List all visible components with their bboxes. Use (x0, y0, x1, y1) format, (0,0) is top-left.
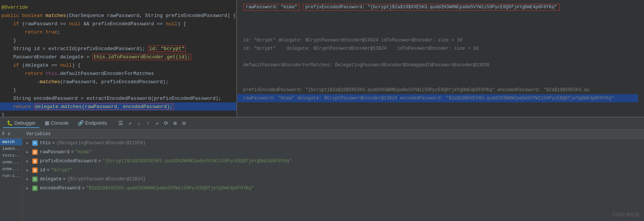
code-line: } (0, 36, 236, 44)
code-text: return delegate.matches(rawPassword, enc… (2, 104, 174, 110)
var-icon-encoded: ≡ (32, 186, 38, 191)
step-into-icon[interactable]: ↓ (135, 119, 143, 128)
tab-endpoints-label: Endpoints (85, 120, 107, 126)
id-hint-text: id: "bcrypt" delegate: BCryptPasswordEnc… (243, 38, 462, 43)
frame-onne1-label: onNe... (2, 160, 20, 165)
frame-onne2-label: onNe... (2, 167, 20, 171)
var-val-this: {DelegatingPasswordEncoder@11559} (56, 140, 146, 146)
frames-label: F ∨ (2, 131, 11, 137)
var-name-delegate: delegate (40, 177, 62, 182)
code-line: PasswordEncoder delegate = this.idToPass… (0, 53, 236, 61)
evaluate-icon[interactable]: ⟳ (162, 119, 170, 128)
tab-console-label: Console (51, 120, 69, 126)
variable-row-prefix[interactable]: ▶ p prefixEncodedPassword = "{bcrypt}$2a… (23, 157, 644, 166)
variable-row-this[interactable]: ▶ ≡ this = {DelegatingPasswordEncoder@11… (23, 139, 644, 148)
code-line-highlighted: return delegate.matches(rawPassword, enc… (0, 102, 236, 111)
watermark: CSDN @想花 (612, 212, 639, 218)
var-icon-this: ≡ (32, 140, 38, 146)
frame-item-lambda[interactable]: lambd... (0, 145, 22, 152)
hint-line (243, 20, 638, 28)
frame-match-label: match (2, 140, 15, 144)
hint-line: rawPassword: "mima" prefixEncodedPasswor… (243, 3, 638, 11)
hint-line (243, 78, 638, 86)
delegate-hint-text: id: "bcrypt" delegate: BCryptPasswordEnc… (243, 46, 479, 51)
expand-icon-this: ▶ (26, 141, 31, 145)
expand-icon-id: ▶ (26, 168, 31, 172)
default-encoder-hint: defaultPasswordEncoderForMatches: Delega… (243, 62, 489, 68)
expand-icon-raw: ▶ (26, 150, 31, 154)
frames-header: F ∨ (0, 130, 22, 139)
code-text: if (rawPassword == null && prefixEncoded… (2, 21, 186, 27)
code-line: if (delegate == null) { (0, 61, 236, 69)
var-val-encoded: "$2a$10$XXE5H3.qudd2H3WHNCpa0e5VYW1i59Py… (86, 186, 254, 191)
hint-line: id: "bcrypt" delegate: BCryptPasswordEnc… (243, 44, 638, 53)
debugger-icon: 🐛 (7, 120, 13, 126)
variables-label: Variables (26, 131, 51, 137)
hint-line-highlighted: rawPassword: "mima" delegate: BCryptPass… (237, 94, 638, 102)
code-line: return this.defaultPasswordEncoderForMat… (0, 69, 236, 78)
frame-lambda-label: lambd... (2, 146, 22, 151)
code-line: public boolean matches(CharSequence rawP… (0, 11, 236, 20)
id-hint-box: id: "bcrypt" (148, 46, 186, 52)
var-name-this: this (40, 140, 51, 146)
var-val-delegate: {BCryptPasswordEncoder@13824} (67, 177, 146, 182)
prefix-encoded-hint: prefixEncodedPassword: "{bcrypt}$2a$10$X… (303, 4, 560, 11)
run-cursor-icon[interactable]: ↗ (153, 119, 161, 128)
hints-panel: rawPassword: "mima" prefixEncodedPasswor… (237, 0, 644, 117)
frame-run-label: run:1... (2, 174, 22, 178)
code-area: @Override public boolean matches(CharSeq… (0, 0, 644, 117)
code-text: public boolean matches(CharSequence rawP… (2, 13, 236, 18)
code-text: if (delegate == null) { (2, 62, 81, 68)
variable-row-id[interactable]: ▶ p id = "bcrypt" (23, 166, 644, 175)
var-icon-id: p (32, 168, 38, 173)
code-text: } (2, 112, 5, 117)
code-line: } (0, 86, 236, 94)
step-over-icon[interactable]: ↗ (126, 119, 134, 128)
code-text: String encodedPassword = extractEncodedP… (2, 96, 221, 101)
code-text: } (2, 38, 16, 43)
show-frames-icon[interactable]: ☰ (117, 119, 125, 128)
return-hint-box: delegate.matches(rawPassword, encodedPas… (34, 104, 174, 110)
frame-item-onne1[interactable]: onNe... (0, 159, 22, 166)
variable-row-rawpassword[interactable]: ▶ p rawPassword = "mima" (23, 148, 644, 157)
variable-row-delegate[interactable]: ▶ ≡ delegate = {BCryptPasswordEncoder@13… (23, 175, 644, 184)
endpoints-icon: 🔗 (78, 120, 84, 126)
frame-item-onne2[interactable]: onNe... (0, 166, 22, 172)
debugger-panel: 🐛 Debugger ▦ Console 🔗 Endpoints ☰ ↗ ↓ ↑… (0, 117, 644, 221)
console-icon: ▦ (45, 120, 49, 126)
hint-line: id: "bcrypt" delegate: BCryptPasswordEnc… (243, 36, 638, 44)
hint-line (243, 53, 638, 61)
columns-icon[interactable]: ⊟ (180, 119, 188, 128)
code-line: @Override (0, 3, 236, 11)
tab-debugger[interactable]: 🐛 Debugger (3, 119, 39, 128)
hint-line: defaultPasswordEncoderForMatches: Delega… (243, 61, 638, 69)
debugger-tabs: 🐛 Debugger ▦ Console 🔗 Endpoints ☰ ↗ ↓ ↑… (0, 117, 644, 130)
code-annotation: @Override (2, 5, 28, 10)
var-name-prefix: prefixEncodedPassword (40, 159, 97, 164)
grid-icon[interactable]: ⊞ (171, 119, 179, 128)
delegate-hint-box: this.idToPasswordEncoder.get(id); (92, 54, 191, 60)
code-line: return true; (0, 28, 236, 36)
hint-line (243, 69, 638, 78)
var-icon-delegate: ≡ (32, 177, 38, 182)
expand-icon-delegate: ▶ (26, 177, 31, 181)
frame-item-run[interactable]: run:1... (0, 172, 22, 179)
frame-item-match[interactable]: match (0, 139, 22, 145)
var-val-id: "bcrypt" (51, 168, 73, 173)
hint-line (243, 11, 638, 20)
code-text: return true; (2, 29, 60, 35)
tab-endpoints[interactable]: 🔗 Endpoints (74, 119, 111, 128)
code-line: } (0, 111, 236, 117)
code-line: .matches(rawPassword, prefixEncodedPassw… (0, 78, 236, 86)
tab-console[interactable]: ▦ Console (41, 119, 73, 128)
variables-header: Variables (23, 130, 644, 139)
hint-line (243, 28, 638, 36)
frame-tests-label: tests... (2, 153, 22, 158)
debugger-body: F ∨ match lambd... tests... onNe... onNe… (0, 130, 644, 221)
code-text: .matches(rawPassword, prefixEncodedPassw… (2, 79, 169, 85)
variable-row-encoded[interactable]: ▶ ≡ encodedPassword = "$2a$10$XXE5H3.qud… (23, 184, 644, 193)
raw-password-hint: rawPassword: "mima" (243, 4, 300, 11)
step-out-icon[interactable]: ↑ (144, 119, 152, 128)
var-name-encoded: encodedPassword (40, 186, 80, 191)
frame-item-tests[interactable]: tests... (0, 152, 22, 159)
